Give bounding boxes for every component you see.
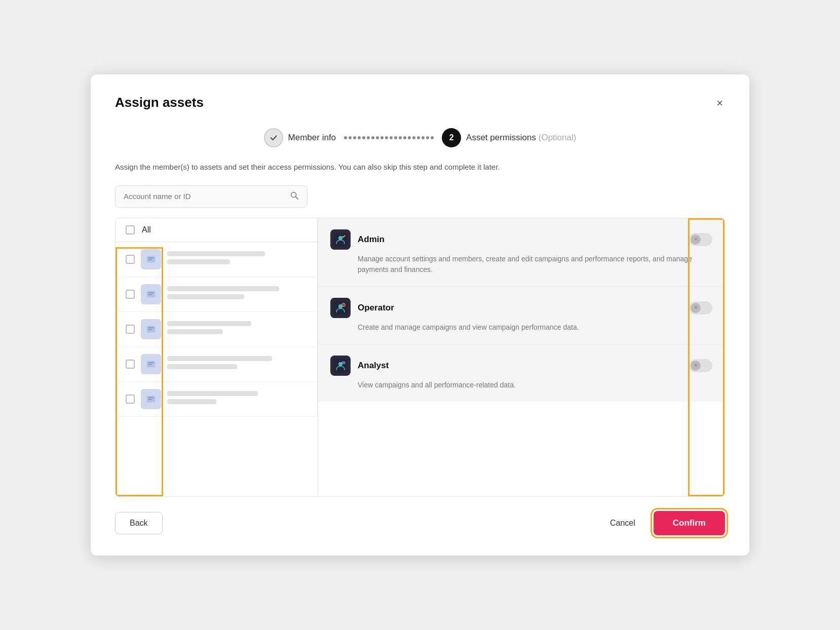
step-2-label: Asset permissions (Optional): [466, 133, 576, 143]
modal-header: Assign assets ×: [115, 95, 725, 112]
description-text: Assign the member(s) to assets and set t…: [115, 162, 725, 173]
step-dots: [344, 136, 434, 139]
operator-toggle-knob: [691, 303, 701, 313]
footer: Back Cancel Confirm: [115, 511, 725, 535]
stepper: Member info 2 Asset: [115, 128, 725, 147]
step-1-label: Member info: [288, 133, 336, 143]
asset-text-5: [167, 391, 307, 407]
permission-analyst-header: Analyst: [330, 356, 712, 376]
all-checkbox[interactable]: [126, 225, 135, 234]
svg-rect-9: [148, 327, 154, 328]
asset-checkbox-3[interactable]: [126, 325, 135, 334]
svg-line-1: [295, 196, 298, 199]
asset-checkbox-1[interactable]: [126, 255, 135, 264]
operator-toggle[interactable]: [689, 301, 712, 314]
step-1-circle: [264, 128, 283, 147]
svg-rect-3: [148, 257, 154, 258]
left-panel: All: [116, 218, 318, 417]
svg-rect-15: [148, 397, 154, 398]
all-assets-row[interactable]: All: [116, 218, 317, 242]
svg-rect-13: [148, 364, 152, 365]
close-button[interactable]: ×: [714, 95, 725, 112]
analyst-icon: [330, 356, 351, 376]
permission-admin-header: Admin: [330, 229, 712, 250]
permission-admin: Admin Manage account settings and member…: [318, 218, 724, 287]
step-2: 2 Asset permissions (Optional): [442, 128, 576, 147]
asset-text-1: [167, 251, 307, 267]
admin-name: Admin: [358, 234, 682, 245]
step-2-circle: 2: [442, 128, 461, 147]
asset-icon-5: [141, 389, 161, 409]
asset-checkbox-5[interactable]: [126, 395, 135, 404]
asset-text-4: [167, 356, 307, 372]
admin-icon: [330, 229, 351, 250]
asset-row[interactable]: [116, 242, 317, 277]
asset-checkbox-2[interactable]: [126, 290, 135, 299]
asset-text-2: [167, 286, 307, 302]
analyst-name: Analyst: [358, 361, 682, 371]
right-panel: Admin Manage account settings and member…: [318, 218, 724, 402]
permission-operator-header: Operator: [330, 298, 712, 318]
operator-name: Operator: [358, 303, 682, 313]
asset-icon-3: [141, 319, 161, 339]
left-panel-wrapper: All: [116, 218, 318, 497]
main-content: All: [115, 218, 725, 497]
svg-rect-16: [148, 399, 152, 400]
search-icon: [290, 191, 299, 202]
all-label: All: [142, 225, 151, 234]
svg-rect-4: [148, 259, 152, 260]
analyst-toggle[interactable]: [689, 359, 712, 372]
asset-icon-2: [141, 284, 161, 304]
asset-row[interactable]: [116, 382, 317, 417]
svg-rect-7: [148, 294, 152, 295]
admin-toggle-knob: [691, 234, 701, 245]
operator-description: Create and manage campaigns and view cam…: [330, 322, 712, 333]
permission-operator: Operator Create and manage campaigns and…: [318, 287, 724, 344]
asset-icon-4: [141, 354, 161, 374]
cancel-button[interactable]: Cancel: [600, 513, 645, 534]
confirm-button[interactable]: Confirm: [654, 511, 725, 535]
admin-toggle[interactable]: [689, 233, 712, 246]
svg-rect-6: [148, 292, 154, 293]
asset-text-3: [167, 321, 307, 337]
admin-description: Manage account settings and members, cre…: [330, 254, 712, 275]
search-input[interactable]: [124, 192, 290, 201]
search-bar[interactable]: [115, 185, 308, 208]
footer-right: Cancel Confirm: [600, 511, 725, 535]
asset-row[interactable]: [116, 277, 317, 312]
right-panel-wrapper: Admin Manage account settings and member…: [318, 218, 724, 497]
step-1: Member info: [264, 128, 336, 147]
svg-point-18: [338, 236, 342, 240]
asset-icon-1: [141, 249, 161, 269]
svg-rect-10: [148, 329, 152, 330]
modal-title: Assign assets: [115, 95, 204, 110]
analyst-toggle-knob: [691, 361, 701, 371]
asset-row[interactable]: [116, 312, 317, 347]
assign-assets-modal: Assign assets × Member info: [91, 74, 749, 556]
permission-analyst: Analyst View campaigns and all performan…: [318, 344, 724, 402]
analyst-description: View campaigns and all performance-relat…: [330, 380, 712, 390]
operator-icon: [330, 298, 351, 318]
asset-row[interactable]: [116, 347, 317, 382]
asset-checkbox-4[interactable]: [126, 360, 135, 369]
svg-rect-12: [148, 362, 154, 363]
back-button[interactable]: Back: [115, 512, 163, 534]
svg-point-27: [343, 362, 344, 363]
